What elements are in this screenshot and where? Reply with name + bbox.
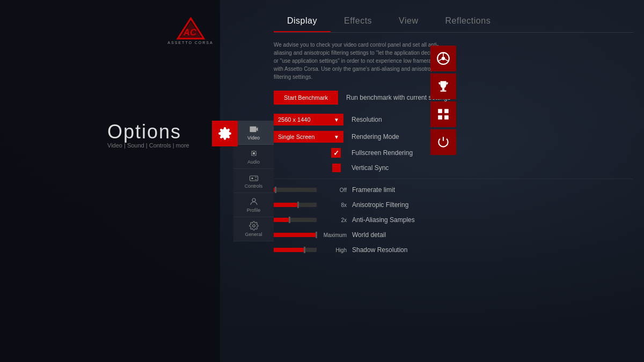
shadow-resolution-row: High Shadow Resolution bbox=[274, 242, 633, 257]
settings-active-icon[interactable] bbox=[212, 121, 238, 146]
fullscreen-checkbox-space bbox=[274, 148, 343, 158]
svg-rect-12 bbox=[438, 115, 442, 120]
world-detail-value: Maximum bbox=[320, 232, 347, 238]
shadow-resolution-value: High bbox=[320, 247, 347, 253]
sidebar-item-audio[interactable]: Audio bbox=[233, 145, 274, 169]
logo-icon: AC bbox=[176, 17, 206, 40]
dropdown-arrow-icon: ▼ bbox=[334, 117, 339, 123]
rendering-mode-dropdown[interactable]: Single Screen ▼ bbox=[274, 131, 343, 143]
vsync-row: Vertical Sync bbox=[274, 160, 633, 175]
nav-label-video: Video bbox=[247, 135, 260, 141]
svg-line-6 bbox=[445, 59, 449, 61]
world-detail-slider-container: Maximum bbox=[274, 232, 347, 238]
antialiasing-label: Anti-Aliasing Samples bbox=[352, 216, 415, 224]
vsync-checkbox[interactable] bbox=[332, 164, 341, 172]
audio-icon bbox=[249, 149, 259, 158]
resolution-label: Resolution bbox=[352, 116, 382, 123]
sidebar-item-profile[interactable]: Profile bbox=[233, 193, 274, 217]
framerate-row: Off Framerate limit bbox=[274, 182, 633, 197]
sidebar-item-controls[interactable]: Controls bbox=[233, 169, 274, 193]
controls-icon bbox=[249, 173, 259, 182]
general-gear-icon bbox=[249, 221, 259, 231]
anisotropic-value: 8x bbox=[320, 202, 347, 208]
world-detail-slider-track[interactable] bbox=[274, 233, 317, 237]
svg-rect-19 bbox=[250, 176, 258, 181]
svg-rect-11 bbox=[444, 109, 449, 113]
vsync-label: Vertical Sync bbox=[352, 164, 389, 172]
tab-reflections[interactable]: Reflections bbox=[431, 11, 504, 32]
svg-rect-8 bbox=[442, 88, 444, 90]
tab-effects[interactable]: Effects bbox=[331, 11, 385, 32]
nav-label-profile: Profile bbox=[247, 208, 261, 213]
shadow-resolution-label: Shadow Resolution bbox=[352, 246, 407, 254]
sidebar-item-general[interactable]: General bbox=[233, 217, 274, 241]
sidebar-background bbox=[0, 0, 220, 362]
world-detail-label: World detail bbox=[352, 231, 386, 239]
vsync-checkbox-space bbox=[274, 164, 343, 172]
nav-label-audio: Audio bbox=[247, 159, 260, 165]
antialiasing-slider-track[interactable] bbox=[274, 218, 317, 222]
options-title: Options bbox=[107, 121, 181, 143]
antialiasing-slider-container: 2x bbox=[274, 217, 347, 223]
tab-bar: Display Effects View Reflections bbox=[274, 11, 633, 33]
grid-icon-btn[interactable] bbox=[430, 101, 456, 127]
world-detail-row: Maximum World detail bbox=[274, 227, 633, 242]
fullscreen-label: Fullscreen Rendering bbox=[352, 149, 413, 157]
nav-menu: Video Audio Controls Profile General bbox=[233, 121, 274, 241]
dropdown-arrow2-icon: ▼ bbox=[334, 134, 339, 140]
framerate-label: Framerate limit bbox=[352, 186, 395, 194]
tab-display[interactable]: Display bbox=[274, 11, 331, 32]
svg-rect-10 bbox=[438, 109, 442, 113]
svg-rect-9 bbox=[441, 91, 447, 92]
antialiasing-row: 2x Anti-Aliasing Samples bbox=[274, 212, 633, 227]
framerate-slider-container: Off bbox=[274, 187, 347, 193]
framerate-value: Off bbox=[320, 187, 347, 193]
steering-wheel-icon bbox=[436, 51, 450, 65]
antialiasing-value: 2x bbox=[320, 217, 347, 223]
anisotropic-slider-track[interactable] bbox=[274, 203, 317, 207]
svg-point-23 bbox=[252, 198, 255, 202]
options-subtitle: Video | Sound | Controls | more bbox=[107, 142, 189, 149]
nav-label-general: General bbox=[245, 232, 262, 237]
divider1 bbox=[274, 179, 633, 179]
svg-point-17 bbox=[253, 153, 254, 154]
rendering-mode-control: Single Screen ▼ bbox=[274, 131, 343, 143]
sidebar-quick-icons bbox=[430, 46, 456, 155]
svg-marker-15 bbox=[256, 127, 258, 131]
trophy-icon-btn[interactable] bbox=[430, 73, 456, 99]
tab-view[interactable]: View bbox=[385, 11, 431, 32]
sidebar-item-video[interactable]: Video bbox=[233, 121, 274, 145]
svg-rect-13 bbox=[444, 115, 449, 120]
trophy-icon bbox=[436, 79, 450, 93]
resolution-control: 2560 x 1440 ▼ bbox=[274, 114, 343, 125]
resolution-dropdown[interactable]: 2560 x 1440 ▼ bbox=[274, 114, 343, 125]
svg-point-4 bbox=[442, 57, 445, 61]
svg-line-7 bbox=[438, 59, 442, 61]
profile-icon bbox=[249, 197, 259, 206]
anisotropic-label: Anisotropic Filtering bbox=[352, 201, 408, 209]
fullscreen-checkbox[interactable] bbox=[331, 148, 341, 158]
info-text: We advise you to check your video card c… bbox=[274, 41, 440, 81]
logo: AC ASSETTO CORSA bbox=[166, 16, 215, 46]
svg-text:AC: AC bbox=[182, 27, 196, 38]
power-icon-btn[interactable] bbox=[430, 129, 456, 155]
power-icon bbox=[436, 135, 450, 149]
shadow-resolution-slider-container: High bbox=[274, 247, 347, 253]
svg-rect-14 bbox=[250, 127, 256, 132]
framerate-slider-track[interactable] bbox=[274, 188, 317, 192]
anisotropic-row: 8x Anisotropic Filtering bbox=[274, 197, 633, 212]
svg-point-20 bbox=[251, 178, 253, 179]
rendering-mode-label: Rendering Mode bbox=[352, 133, 399, 141]
gear-icon bbox=[218, 127, 232, 141]
drive-icon-btn[interactable] bbox=[430, 46, 456, 71]
video-icon bbox=[249, 124, 259, 134]
logo-text: ASSETTO CORSA bbox=[167, 41, 213, 45]
anisotropic-slider-container: 8x bbox=[274, 202, 347, 208]
grid-icon bbox=[436, 107, 450, 121]
benchmark-button[interactable]: Start Benchmark bbox=[274, 91, 338, 105]
nav-label-controls: Controls bbox=[245, 183, 263, 189]
shadow-resolution-slider-track[interactable] bbox=[274, 248, 317, 252]
